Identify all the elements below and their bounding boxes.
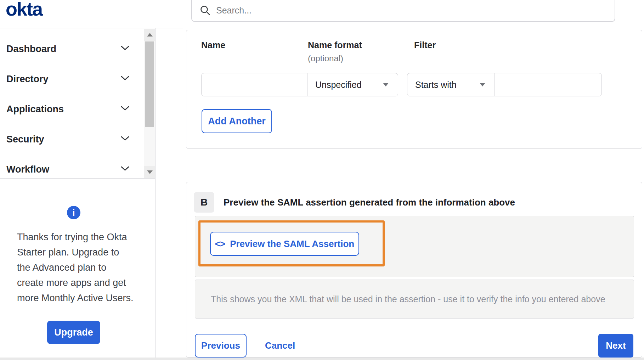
info-icon: i	[67, 206, 80, 219]
name-format-select[interactable]: Unspecified	[307, 73, 398, 96]
caret-down-icon	[480, 83, 485, 86]
triangle-down-icon	[147, 170, 153, 174]
add-another-button[interactable]: Add Another	[202, 109, 272, 133]
sidebar-item-label: Dashboard	[6, 44, 56, 55]
sidebar-item-dashboard[interactable]: Dashboard	[0, 41, 143, 57]
promo-line: Thanks for trying the Okta	[17, 230, 137, 245]
attribute-statements-card: Name Name format (optional) Filter Unspe…	[186, 30, 642, 149]
filter-value-input[interactable]	[495, 73, 602, 96]
filter-type-selected-value: Starts with	[415, 80, 457, 90]
section-b-heading: Preview the SAML assertion generated fro…	[224, 192, 515, 213]
global-search[interactable]	[191, 0, 615, 22]
preview-saml-assertion-button[interactable]: <> Preview the SAML Assertion	[210, 232, 359, 256]
preview-note-panel: This shows you the XML that will be used…	[195, 280, 634, 319]
cancel-link[interactable]: Cancel	[265, 334, 295, 358]
name-format-column-header: Name format	[308, 40, 362, 50]
filter-type-select[interactable]: Starts with	[407, 73, 495, 96]
previous-button[interactable]: Previous	[195, 334, 247, 358]
sidebar-item-label: Applications	[6, 104, 64, 115]
preview-note-text: This shows you the XML that will be used…	[211, 294, 605, 304]
code-icon: <>	[215, 238, 225, 249]
name-format-optional-note: (optional)	[308, 54, 343, 63]
chevron-down-icon	[121, 76, 129, 82]
sidebar-item-security[interactable]: Security	[0, 131, 143, 147]
chevron-down-icon	[121, 166, 129, 173]
okta-logo: okta	[6, 0, 42, 20]
promo-line: Starter plan. Upgrade to	[17, 245, 137, 260]
attribute-name-input[interactable]	[201, 73, 307, 96]
next-button[interactable]: Next	[598, 334, 633, 358]
promo-line: the Advanced plan to	[17, 260, 137, 275]
triangle-up-icon	[147, 33, 153, 36]
search-icon	[200, 5, 210, 16]
name-format-selected-value: Unspecified	[315, 80, 362, 90]
preview-assertion-card: B Preview the SAML assertion generated f…	[186, 182, 642, 358]
scroll-up-button[interactable]	[144, 29, 155, 41]
promo-message: Thanks for trying the Okta Starter plan.…	[17, 230, 137, 306]
viewport-bottom-strip	[0, 358, 644, 360]
filter-column-header: Filter	[414, 40, 436, 50]
chevron-down-icon	[121, 136, 129, 142]
step-b-badge: B	[194, 192, 214, 213]
name-column-header: Name	[201, 40, 225, 50]
caret-down-icon	[383, 83, 389, 86]
sidebar-item-label: Directory	[6, 74, 49, 85]
search-input[interactable]	[216, 5, 535, 16]
sidebar-top-divider	[0, 28, 183, 28]
scrollbar-thumb[interactable]	[145, 41, 154, 127]
sidebar-right-divider	[155, 28, 156, 358]
chevron-down-icon	[121, 106, 129, 112]
sidebar-bottom-divider	[0, 178, 155, 179]
sidebar-item-label: Workflow	[6, 164, 49, 175]
sidebar-item-directory[interactable]: Directory	[0, 71, 143, 87]
sidebar-item-applications[interactable]: Applications	[0, 101, 143, 117]
promo-line: create more apps and get	[17, 275, 137, 291]
promo-line: more Monthly Active Users.	[17, 291, 137, 306]
sidebar-item-workflow[interactable]: Workflow	[0, 162, 143, 177]
scroll-down-button[interactable]	[144, 166, 155, 178]
upgrade-button[interactable]: Upgrade	[47, 321, 100, 344]
sidebar-item-label: Security	[6, 134, 44, 145]
sidebar-scrollbar[interactable]	[144, 29, 155, 178]
preview-button-label: Preview the SAML Assertion	[230, 238, 354, 249]
chevron-down-icon	[121, 46, 129, 52]
